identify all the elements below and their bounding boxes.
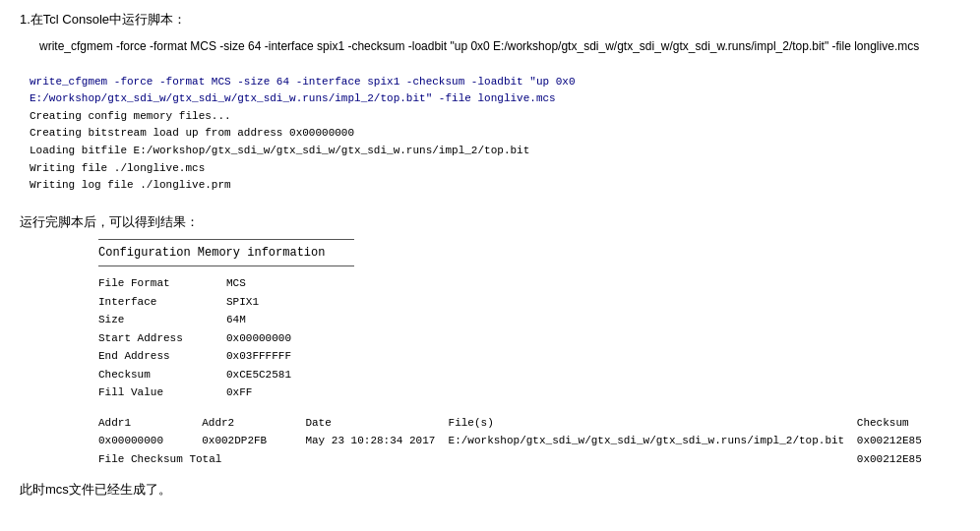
command-display: write_cfgmem -force -format MCS -size 64… [39, 37, 960, 56]
config-kv-row: File FormatMCS [98, 274, 291, 293]
config-key: Start Address [98, 329, 226, 348]
addr-cell-date: May 23 10:28:34 2017 [305, 432, 448, 450]
config-key: File Format [98, 274, 226, 293]
config-title: Configuration Memory information [98, 244, 960, 262]
config-key: End Address [98, 347, 226, 366]
config-kv-row: Size64M [98, 311, 291, 329]
terminal-line: Writing file ./longlive.mcs [30, 160, 950, 178]
addr-table: Addr1 Addr2 Date File(s) Checksum 0x0000… [98, 414, 960, 469]
terminal-output: Creating config memory files...Creating … [30, 108, 950, 195]
addr-row: 0x000000000x002DP2FBMay 23 10:28:34 2017… [98, 432, 960, 450]
config-value: 0x00000000 [226, 329, 291, 348]
section-label: 运行完脚本后，可以得到结果： [20, 212, 960, 232]
config-kv-row: InterfaceSPIX1 [98, 293, 291, 312]
intro-label: 1.在Tcl Console中运行脚本： [20, 10, 960, 30]
terminal-box: write_cfgmem -force -format MCS -size 64… [20, 68, 960, 201]
config-key: Checksum [98, 366, 226, 384]
config-kv-row: Checksum0xCE5C2581 [98, 366, 291, 384]
terminal-cmd: write_cfgmem -force -format MCS -size 64… [30, 74, 950, 108]
addr-header-addr1: Addr1 [98, 414, 202, 433]
config-value: MCS [226, 274, 291, 293]
addr-header-addr2: Addr2 [202, 414, 305, 433]
addr-total-row: File Checksum Total0x00212E85 [98, 450, 960, 469]
addr-cell-checksum: 0x00212E85 [857, 432, 960, 450]
total-checksum: 0x00212E85 [857, 450, 960, 469]
config-key: Fill Value [98, 384, 226, 402]
config-kv-table: File FormatMCSInterfaceSPIX1Size64MStart… [98, 274, 291, 402]
config-value: 0xFF [226, 384, 291, 402]
terminal-line: Loading bitfile E:/workshop/gtx_sdi_w/gt… [30, 143, 950, 160]
addr-header-files: File(s) [449, 414, 857, 433]
config-value: SPIX1 [226, 293, 291, 312]
command-text: write_cfgmem -force -format MCS -size 64… [39, 39, 919, 53]
config-kv-row: Fill Value0xFF [98, 384, 291, 402]
mid-rule [98, 266, 354, 266]
config-value: 0xCE5C2581 [226, 366, 291, 384]
config-key: Interface [98, 293, 226, 312]
addr-header-checksum: Checksum [857, 414, 960, 433]
config-kv-row: End Address0x03FFFFFF [98, 347, 291, 366]
config-key: Size [98, 311, 226, 329]
terminal-line: Creating config memory files... [30, 108, 950, 126]
addr-cell-addr1: 0x00000000 [98, 432, 202, 450]
addr-cell-files: E:/workshop/gtx_sdi_w/gtx_sdi_w/gtx_sdi_… [449, 432, 857, 450]
config-kv-row: Start Address0x00000000 [98, 329, 291, 348]
terminal-line: Writing log file ./longlive.prm [30, 177, 950, 195]
top-rule [98, 239, 354, 240]
outro-label: 此时mcs文件已经生成了。 [20, 480, 960, 500]
total-label: File Checksum Total [98, 450, 857, 469]
config-value: 0x03FFFFFF [226, 347, 291, 366]
config-value: 64M [226, 311, 291, 329]
addr-cell-addr2: 0x002DP2FB [202, 432, 305, 450]
addr-header-date: Date [305, 414, 448, 433]
config-info-container: Configuration Memory information File Fo… [98, 239, 960, 468]
terminal-line: Creating bitstream load up from address … [30, 125, 950, 143]
